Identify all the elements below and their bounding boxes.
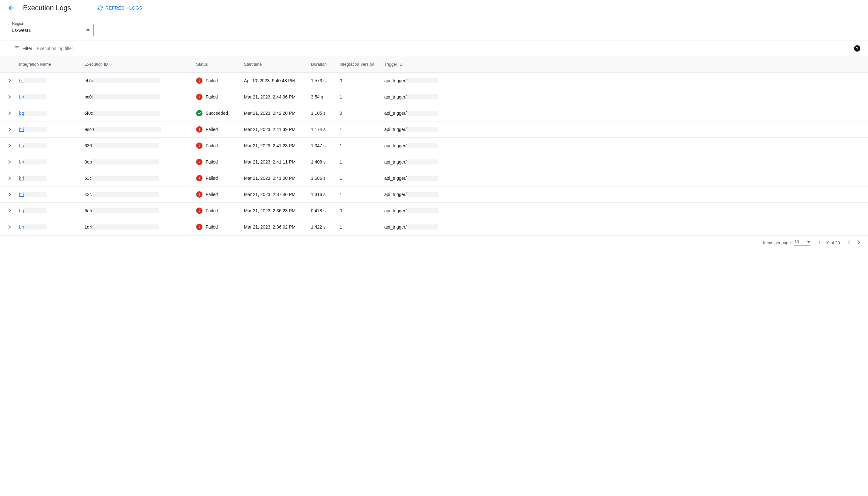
trigger-id: api_trigger/ — [384, 159, 407, 165]
chevron-right-icon — [8, 143, 11, 148]
trigger-id: api_trigger/ — [384, 224, 407, 230]
chevron-right-icon — [8, 160, 11, 164]
pagination: Items per page: 10 1 – 10 of 20 — [0, 235, 868, 250]
svg-rect-9 — [199, 162, 200, 164]
help-icon[interactable]: ? — [854, 45, 861, 52]
col-header-duration[interactable]: Duration — [311, 62, 340, 67]
integration-name-link[interactable]: bri — [19, 176, 24, 181]
execution-id: bc0l — [85, 94, 93, 99]
svg-rect-11 — [199, 178, 200, 180]
trigger-id: api_trigger/ — [384, 208, 407, 213]
chevron-right-icon — [8, 225, 11, 229]
filter-icon — [14, 45, 20, 52]
col-header-status[interactable]: Status — [196, 62, 244, 67]
back-button[interactable] — [7, 4, 15, 12]
chevron-right-icon — [857, 240, 861, 245]
chevron-right-icon — [8, 111, 11, 115]
version: 1 — [340, 159, 384, 165]
filter-label: Filter — [22, 46, 32, 51]
svg-rect-1 — [199, 81, 200, 82]
integration-name-link[interactable]: bq — [19, 111, 24, 116]
expand-row-button[interactable] — [0, 160, 19, 164]
version: 1 — [340, 127, 384, 132]
col-header-execid[interactable]: Execution ID — [85, 62, 196, 67]
region-select[interactable]: Region us-west1 — [7, 24, 94, 36]
expand-row-button[interactable] — [0, 111, 19, 115]
integration-name-link[interactable]: bri — [19, 192, 24, 197]
refresh-logs-button[interactable]: REFRESH LOGS — [97, 5, 142, 11]
duration: 1.347 s — [311, 143, 340, 148]
execution-id: 53c — [85, 176, 92, 181]
duration: 1.174 s — [311, 127, 340, 132]
expand-row-button[interactable] — [0, 208, 19, 213]
error-icon — [196, 224, 202, 230]
status-text: Failed — [206, 127, 218, 132]
next-page-button[interactable] — [857, 240, 861, 246]
items-per-page-label: Items per page: — [763, 241, 792, 245]
trigger-id: api_trigger/ — [384, 143, 407, 148]
col-header-start[interactable]: Start time — [244, 62, 311, 67]
duration: 1.422 s — [311, 224, 340, 230]
expand-row-button[interactable] — [0, 176, 19, 181]
status-text: Failed — [206, 143, 218, 148]
trigger-id: api_trigger/ — [384, 176, 407, 181]
start-time: Apr 10, 2023, 9:40:48 PM — [244, 78, 311, 83]
start-time: Mar 21, 2023, 2:41:00 PM — [244, 176, 311, 181]
integration-name-link[interactable]: bri — [19, 224, 24, 230]
integration-name-link[interactable]: bri — [19, 127, 24, 132]
col-header-trigger[interactable]: Trigger ID — [384, 62, 868, 67]
expand-row-button[interactable] — [0, 78, 19, 83]
trigger-id: api_trigger/ — [384, 127, 407, 132]
expand-row-button[interactable] — [0, 127, 19, 131]
version: 1 — [340, 192, 384, 197]
version: 0 — [340, 111, 384, 116]
arrow-left-icon — [7, 4, 15, 12]
status-text: Failed — [206, 176, 218, 181]
status-text: Failed — [206, 78, 218, 83]
status-text: Failed — [206, 94, 218, 99]
svg-rect-3 — [199, 97, 200, 98]
integration-name-link[interactable]: tk- — [19, 78, 24, 83]
dropdown-icon — [87, 29, 90, 31]
svg-point-16 — [199, 226, 200, 227]
error-icon — [196, 207, 202, 214]
page-title: Execution Logs — [23, 4, 71, 12]
start-time: Mar 21, 2023, 2:42:20 PM — [244, 111, 311, 116]
integration-name-link[interactable]: bri — [19, 159, 24, 165]
start-time: Mar 21, 2023, 2:36:23 PM — [244, 208, 311, 213]
execution-id: 1d4 — [85, 224, 92, 230]
chevron-right-icon — [8, 208, 11, 213]
chevron-right-icon — [8, 95, 11, 99]
expand-row-button[interactable] — [0, 143, 19, 148]
table-row: brixxxxxxxxxx 3ebxxxxxxxxxxxxxxxxxxxxxxx… — [0, 154, 868, 170]
svg-point-14 — [199, 210, 200, 211]
duration: 3.54 s — [311, 94, 340, 99]
duration: 1.316 s — [311, 192, 340, 197]
expand-row-button[interactable] — [0, 192, 19, 197]
error-icon — [196, 94, 202, 100]
chevron-left-icon — [848, 240, 851, 245]
integration-name-link[interactable]: bq — [19, 208, 24, 213]
chevron-right-icon — [8, 176, 11, 181]
items-per-page-select[interactable]: 10 — [794, 239, 810, 246]
trigger-id: api_trigger/ — [384, 94, 407, 99]
items-per-page: Items per page: 10 — [763, 239, 810, 246]
filter-input[interactable]: Execution log filter — [37, 46, 854, 51]
integration-name-link[interactable]: bri — [19, 143, 24, 148]
dropdown-icon — [807, 241, 810, 243]
expand-row-button[interactable] — [0, 95, 19, 99]
region-value: us-west1 — [12, 27, 31, 33]
svg-point-0 — [199, 80, 200, 80]
chevron-right-icon — [8, 78, 11, 83]
expand-row-button[interactable] — [0, 225, 19, 229]
filter-bar: Filter Execution log filter ? — [0, 40, 868, 56]
start-time: Mar 21, 2023, 2:36:02 PM — [244, 224, 311, 230]
col-header-name[interactable]: Integration Name — [19, 62, 85, 67]
integration-name-link[interactable]: bri — [19, 94, 24, 99]
status-text: Failed — [206, 159, 218, 165]
duration: 0.478 s — [311, 208, 340, 213]
col-header-version[interactable]: Integration Version — [340, 62, 384, 67]
version: 1 — [340, 224, 384, 230]
svg-rect-7 — [199, 146, 200, 147]
prev-page-button[interactable] — [848, 240, 851, 246]
